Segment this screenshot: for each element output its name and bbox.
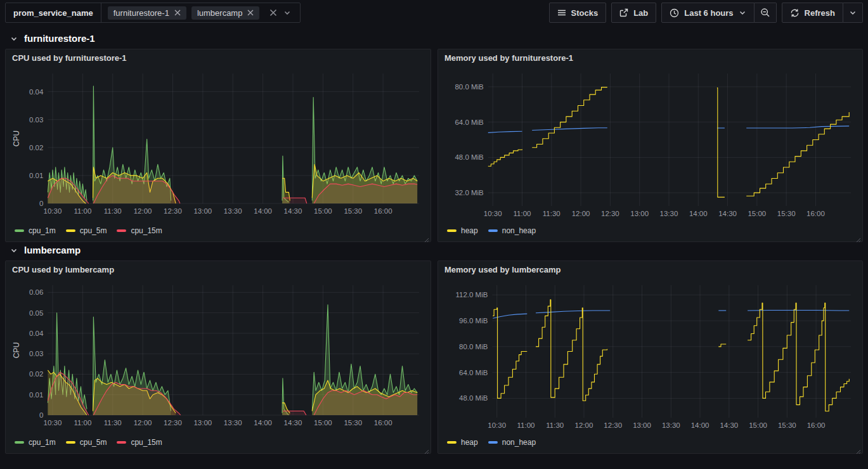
collapse-chevron-icon xyxy=(10,35,18,42)
x-tick-label: 14:30 xyxy=(720,421,738,429)
y-tick-label: 0.06 xyxy=(29,288,43,296)
filter-chip-furniturestore-1[interactable]: furniturestore-1 xyxy=(108,6,186,20)
x-tick-label: 13:00 xyxy=(193,419,212,427)
x-tick-label: 13:30 xyxy=(224,207,242,215)
zoom-out-button[interactable] xyxy=(755,3,777,23)
legend-color-dash xyxy=(488,229,498,232)
x-tick-label: 11:00 xyxy=(74,419,91,427)
clear-filters-icon[interactable] xyxy=(269,9,277,16)
legend-color-dash xyxy=(117,229,126,232)
x-tick-label: 13:30 xyxy=(224,419,242,427)
remove-filter-icon[interactable] xyxy=(174,10,181,16)
legend-color-dash xyxy=(15,229,24,232)
legend-item-cpu_1m[interactable]: cpu_1m xyxy=(15,438,56,447)
legend-item-cpu_5m[interactable]: cpu_5m xyxy=(66,438,107,447)
legend-item-cpu_5m[interactable]: cpu_5m xyxy=(66,226,107,235)
y-tick-label: 112.0 MiB xyxy=(455,291,488,299)
y-tick-label: 0.02 xyxy=(29,370,43,378)
chart-canvas[interactable]: 10:3011:0011:3012:0012:3013:0013:3014:00… xyxy=(444,68,856,220)
panel-cpu-lumbercamp: CPU used by lumbercamp 10:3011:0011:3012… xyxy=(5,260,431,454)
x-tick-label: 11:00 xyxy=(74,207,91,215)
y-tick-label: 80.0 MiB xyxy=(455,83,484,91)
legend-item-non_heap[interactable]: non_heap xyxy=(488,226,536,235)
legend-label: cpu_5m xyxy=(80,438,107,447)
time-range-label: Last 6 hours xyxy=(684,8,733,18)
panel-cpu-furniturestore-1: CPU used by furniturestore-1 10:3011:001… xyxy=(5,49,431,242)
chart-legend: heapnon_heap xyxy=(444,434,856,451)
panel-resize-handle[interactable] xyxy=(423,234,429,240)
x-tick-label: 13:30 xyxy=(662,421,680,429)
panel-title[interactable]: CPU used by lumbercamp xyxy=(12,265,424,280)
y-tick-label: 64.0 MiB xyxy=(455,119,484,126)
lab-button[interactable]: Lab xyxy=(611,3,656,23)
panel-resize-handle[interactable] xyxy=(855,234,861,240)
chart-canvas[interactable]: 10:3011:0011:3012:0012:3013:0013:3014:00… xyxy=(12,280,424,429)
x-tick-label: 15:00 xyxy=(748,210,766,217)
y-tick-label: 0.04 xyxy=(29,330,44,337)
chart-canvas[interactable]: 10:3011:0011:3012:0012:3013:0013:3014:00… xyxy=(12,68,424,217)
x-tick-label: 13:00 xyxy=(630,210,649,217)
legend-item-cpu_15m[interactable]: cpu_15m xyxy=(117,438,162,447)
legend-label: cpu_15m xyxy=(131,438,162,447)
x-tick-label: 14:00 xyxy=(254,419,272,427)
x-tick-label: 10:30 xyxy=(488,421,506,429)
x-tick-label: 10:30 xyxy=(484,210,502,217)
section-header-furniturestore-1[interactable]: furniturestore-1 xyxy=(0,25,868,49)
legend-item-non_heap[interactable]: non_heap xyxy=(488,438,536,447)
legend-label: non_heap xyxy=(502,438,536,447)
x-tick-label: 12:00 xyxy=(134,207,152,215)
series-line-heap xyxy=(493,308,527,399)
remove-filter-icon[interactable] xyxy=(247,10,254,16)
panel-memory-furniturestore-1: Memory used by furniturestore-1 10:3011:… xyxy=(437,49,863,242)
legend-item-heap[interactable]: heap xyxy=(447,438,478,447)
legend-item-cpu_1m[interactable]: cpu_1m xyxy=(15,226,56,235)
menu-icon xyxy=(557,8,566,17)
refresh-interval-dropdown[interactable] xyxy=(843,3,863,23)
x-tick-label: 15:00 xyxy=(314,419,332,427)
cpu-chart-plot[interactable]: 10:3011:0011:3012:0012:3013:0013:3014:00… xyxy=(12,68,424,222)
filter-chip-lumbercamp[interactable]: lumbercamp xyxy=(191,6,260,20)
chart-legend: heapnon_heap xyxy=(444,222,856,239)
x-tick-label: 12:30 xyxy=(604,421,622,429)
x-tick-label: 13:00 xyxy=(633,421,651,429)
panel-title[interactable]: CPU used by furniturestore-1 xyxy=(12,53,424,68)
x-tick-label: 12:00 xyxy=(134,419,152,427)
refresh-button[interactable]: Refresh xyxy=(782,3,843,23)
filter-key-label[interactable]: prom_service_name xyxy=(6,3,101,22)
chart-canvas[interactable]: 10:3011:0011:3012:0012:3013:0013:3014:00… xyxy=(444,280,856,432)
memory-chart-plot[interactable]: 10:3011:0011:3012:0012:3013:0013:3014:00… xyxy=(444,280,856,434)
cpu-chart-plot[interactable]: 10:3011:0011:3012:0012:3013:0013:3014:00… xyxy=(12,280,424,434)
filter-chip-label: furniturestore-1 xyxy=(113,8,169,18)
panel-resize-handle[interactable] xyxy=(855,446,861,452)
y-tick-label: 64.0 MiB xyxy=(459,369,488,376)
y-axis-title: CPU xyxy=(12,131,21,146)
dashboard-toolbar: prom_service_name furniturestore-1 lumbe… xyxy=(0,0,868,25)
panel-resize-handle[interactable] xyxy=(423,446,429,452)
memory-chart-plot[interactable]: 10:3011:0011:3012:0012:3013:0013:3014:00… xyxy=(444,68,856,222)
time-range-picker[interactable]: Last 6 hours xyxy=(661,3,754,23)
collapse-chevron-icon xyxy=(10,247,18,254)
refresh-button-label: Refresh xyxy=(805,8,835,18)
legend-item-heap[interactable]: heap xyxy=(447,226,478,235)
refresh-icon xyxy=(790,8,800,18)
x-tick-label: 12:00 xyxy=(572,210,590,217)
x-tick-label: 16:00 xyxy=(374,419,392,427)
legend-color-dash xyxy=(447,229,457,232)
chevron-down-icon[interactable] xyxy=(283,9,291,16)
x-tick-label: 14:30 xyxy=(718,210,737,217)
legend-item-cpu_15m[interactable]: cpu_15m xyxy=(117,226,162,235)
series-line-heap xyxy=(532,87,607,148)
y-tick-label: 0 xyxy=(39,411,43,419)
panel-title[interactable]: Memory used by furniturestore-1 xyxy=(444,53,856,68)
x-tick-label: 13:00 xyxy=(193,207,212,215)
panel-title[interactable]: Memory used by lumbercamp xyxy=(444,265,856,280)
stocks-button[interactable]: Stocks xyxy=(549,3,607,23)
y-tick-label: 0.05 xyxy=(29,309,43,317)
adhoc-filter: prom_service_name furniturestore-1 lumbe… xyxy=(5,3,301,23)
external-link-icon xyxy=(619,8,628,17)
time-controls: Last 6 hours xyxy=(661,3,776,23)
y-tick-label: 48.0 MiB xyxy=(455,153,484,161)
y-tick-label: 0.04 xyxy=(29,88,44,96)
x-tick-label: 13:30 xyxy=(660,210,678,217)
x-tick-label: 11:30 xyxy=(104,419,122,427)
